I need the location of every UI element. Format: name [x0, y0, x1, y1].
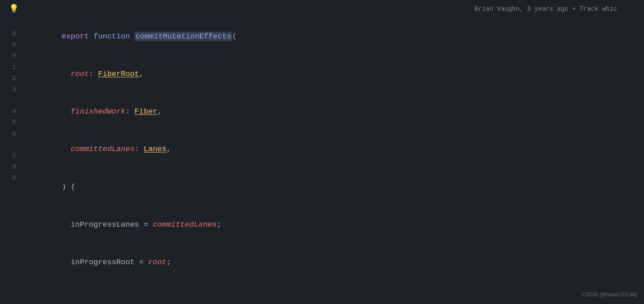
param-committedlanes: committedLanes — [71, 145, 135, 153]
line-num: 9 — [5, 162, 16, 173]
var-committedlanes: committedLanes — [153, 220, 217, 229]
line-num: 8 — [5, 151, 16, 162]
type-fiber: Fiber — [135, 107, 157, 116]
line-num: 5 — [5, 118, 16, 129]
top-bar: 💡 Brian Vaughn, 3 years ago • Track whic — [0, 0, 644, 18]
type-lanes: Lanes — [144, 145, 166, 153]
var-inprogressroot: inProgressRoot — [62, 258, 139, 266]
keyword-function: function — [93, 32, 130, 41]
code-line: inProgressRoot = root; — [25, 244, 644, 281]
indent — [62, 70, 71, 78]
equals: = — [139, 258, 148, 266]
indent — [62, 145, 71, 153]
var-root: root — [148, 258, 166, 266]
line-num: 9 — [5, 40, 16, 51]
semicolon: ; — [217, 220, 221, 229]
function-name: commitMutationEffects — [135, 32, 232, 41]
line-num: 8 — [5, 29, 16, 40]
keyword-export: export — [62, 32, 93, 41]
colon: : — [89, 70, 98, 78]
code-line: ) { — [25, 169, 644, 206]
colon: : — [135, 145, 144, 153]
code-line-empty — [25, 281, 644, 294]
line-numbers: 8 9 0 1 2 3 4 5 6 8 9 0 — [0, 18, 21, 304]
closing-paren-brace: ) { — [62, 183, 76, 191]
semicolon: ; — [166, 258, 171, 266]
line-num — [5, 95, 16, 106]
line-num: 0 — [5, 173, 16, 184]
comma: , — [157, 107, 162, 116]
var-inprogresslanes: inProgressLanes — [62, 220, 144, 229]
code-line: root: FiberRoot, — [25, 55, 644, 93]
lightbulb-icon: 💡 — [9, 3, 19, 16]
editor-container: 💡 Brian Vaughn, 3 years ago • Track whic… — [0, 0, 644, 304]
paren-open: ( — [232, 32, 237, 41]
comma: , — [166, 145, 171, 153]
line-num: 3 — [5, 84, 16, 96]
line-num: 4 — [5, 106, 16, 118]
code-line: export function commitMutationEffects( — [25, 18, 644, 55]
line-num: 1 — [5, 62, 16, 73]
param-root: root — [71, 70, 89, 78]
code-line: finishedWork: Fiber, — [25, 93, 644, 131]
code-line: setCurrentDebugFiberInDEV(finishedWork); — [25, 294, 644, 304]
line-num — [5, 18, 16, 29]
code-line: inProgressLanes = committedLanes; — [25, 206, 644, 244]
code-line: committedLanes: Lanes, — [25, 131, 644, 168]
type-fiberroot: FiberRoot — [98, 70, 139, 78]
watermark: CSDN @hawk2014bj — [582, 290, 637, 300]
code-area: 8 9 0 1 2 3 4 5 6 8 9 0 export function … — [0, 18, 644, 304]
line-num — [5, 139, 16, 151]
line-num: 6 — [5, 129, 16, 140]
git-blame: Brian Vaughn, 3 years ago • Track whic — [475, 4, 617, 14]
line-num: 0 — [5, 51, 16, 62]
indent — [62, 107, 71, 116]
param-finishedwork: finishedWork — [71, 107, 125, 116]
line-num: 2 — [5, 73, 16, 84]
equals: = — [144, 220, 153, 229]
colon: : — [125, 107, 134, 116]
comma: , — [139, 70, 144, 78]
plain-space — [130, 32, 135, 41]
code-lines: export function commitMutationEffects( r… — [21, 18, 644, 304]
